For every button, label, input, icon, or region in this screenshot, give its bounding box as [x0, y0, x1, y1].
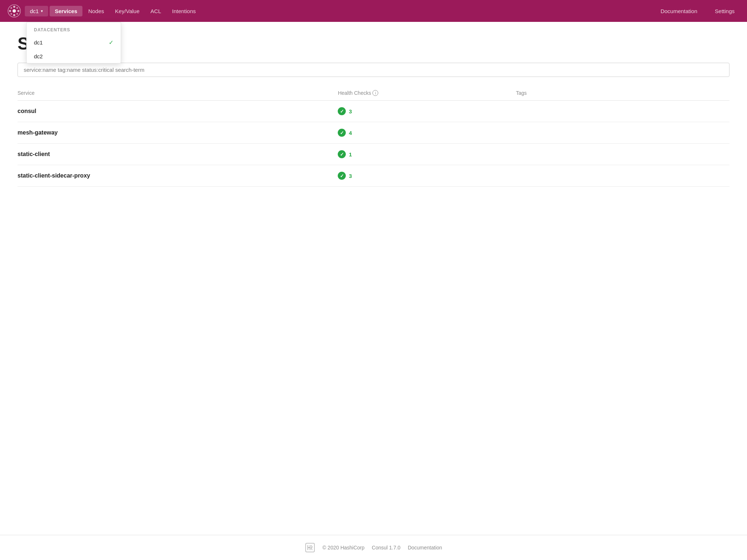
health-check-icon: ✓ [338, 150, 346, 158]
svg-point-4 [9, 10, 11, 12]
hashicorp-logo-icon [305, 542, 315, 553]
dropdown-item-dc2[interactable]: dc2 [27, 50, 121, 63]
nav-link-services[interactable]: Services [50, 6, 82, 16]
service-name-cell: static-client [18, 144, 338, 165]
svg-point-5 [18, 10, 20, 12]
health-check-cell: ✓4 [338, 122, 516, 144]
footer-documentation-link[interactable]: Documentation [408, 545, 442, 551]
nav-link-nodes[interactable]: Nodes [83, 6, 109, 16]
tags-cell [516, 165, 729, 187]
tags-cell [516, 122, 729, 144]
health-check-icon: ✓ [338, 129, 346, 137]
nav-link-keyvalue[interactable]: Key/Value [110, 6, 144, 16]
svg-point-3 [13, 14, 15, 16]
health-check-icon: ✓ [338, 107, 346, 115]
health-check-cell: ✓3 [338, 165, 516, 187]
dropdown-section-label: DATACENTERS [27, 22, 121, 35]
footer: © 2020 HashiCorp Consul 1.7.0 Documentat… [0, 535, 747, 560]
col-header-health: Health Checks i [338, 87, 516, 101]
col-header-service: Service [18, 87, 338, 101]
dc-label: dc1 [30, 8, 39, 14]
svg-point-6 [11, 7, 12, 9]
table-row[interactable]: consul✓3 [18, 101, 729, 122]
nav-right: Documentation Settings [655, 6, 740, 16]
svg-point-7 [16, 7, 18, 9]
nav-link-settings[interactable]: Settings [710, 6, 740, 16]
table-row[interactable]: static-client-sidecar-proxy✓3 [18, 165, 729, 187]
health-check-cell: ✓3 [338, 101, 516, 122]
health-check-icon: ✓ [338, 172, 346, 180]
tags-cell [516, 144, 729, 165]
nav-links: Services Nodes Key/Value ACL Intentions [50, 6, 655, 16]
services-table: Service Health Checks i Tags consul✓3mes… [18, 87, 729, 187]
svg-point-2 [13, 6, 15, 8]
datacenter-button[interactable]: dc1 ▾ [25, 6, 48, 16]
nav-link-documentation[interactable]: Documentation [655, 6, 703, 16]
nav-link-acl[interactable]: ACL [146, 6, 166, 16]
service-name-cell: consul [18, 101, 338, 122]
svg-point-1 [12, 9, 16, 13]
health-info-icon: i [372, 90, 378, 96]
health-check-count: 4 [349, 130, 352, 136]
main-content: Services Service Health Checks i Tags [0, 22, 747, 535]
navbar: dc1 ▾ Services Nodes Key/Value ACL Inten… [0, 0, 747, 22]
col-header-tags: Tags [516, 87, 729, 101]
service-name-cell: static-client-sidecar-proxy [18, 165, 338, 187]
health-check-cell: ✓1 [338, 144, 516, 165]
datacenter-dropdown: DATACENTERS dc1 ✓ dc2 [26, 22, 121, 63]
page-title: Services [18, 34, 729, 55]
service-name-cell: mesh-gateway [18, 122, 338, 144]
chevron-down-icon: ▾ [41, 9, 43, 13]
search-input[interactable] [18, 63, 729, 77]
footer-copyright: © 2020 HashiCorp [322, 545, 364, 551]
consul-logo [7, 4, 21, 18]
nav-link-intentions[interactable]: Intentions [167, 6, 201, 16]
table-row[interactable]: mesh-gateway✓4 [18, 122, 729, 144]
svg-point-8 [11, 13, 12, 15]
health-check-count: 3 [349, 173, 352, 179]
svg-point-9 [16, 13, 18, 15]
table-row[interactable]: static-client✓1 [18, 144, 729, 165]
checkmark-icon: ✓ [109, 39, 113, 46]
tags-cell [516, 101, 729, 122]
dropdown-item-dc1[interactable]: dc1 ✓ [27, 35, 121, 50]
health-check-count: 1 [349, 151, 352, 158]
health-check-count: 3 [349, 108, 352, 114]
dropdown-item-dc1-label: dc1 [34, 39, 43, 46]
dropdown-item-dc2-label: dc2 [34, 53, 43, 59]
footer-version: Consul 1.7.0 [372, 545, 400, 551]
